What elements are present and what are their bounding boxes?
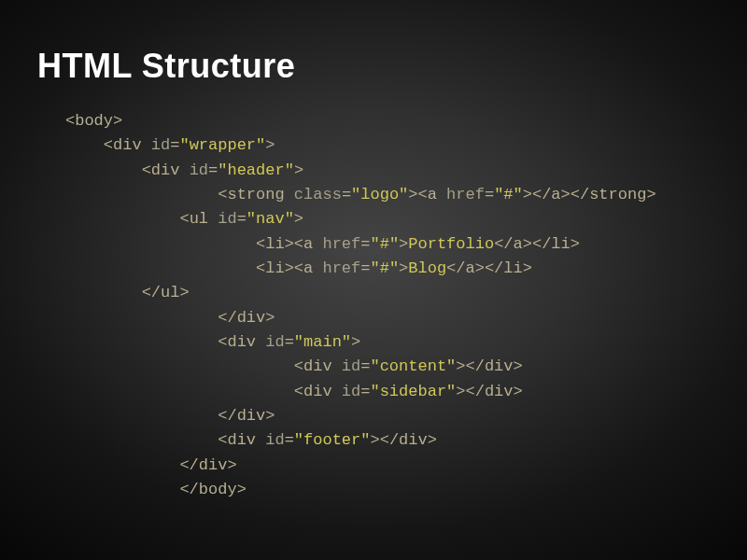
code-line-2: <div id="wrapper"> — [104, 136, 275, 154]
slide-title: HTML Structure — [37, 47, 710, 86]
code-line-13: </div> — [218, 407, 275, 425]
code-line-9: </div> — [218, 309, 275, 327]
code-line-15: </div> — [179, 456, 236, 474]
code-line-11: <div id="content"></div> — [294, 357, 523, 375]
code-line-1: <body> — [65, 112, 122, 130]
code-line-5: <ul id="nav"> — [179, 210, 303, 228]
code-block: <body> <div id="wrapper"> <div id="heade… — [65, 109, 710, 503]
code-line-14: <div id="footer"></div> — [218, 431, 437, 449]
code-line-8: </ul> — [142, 284, 190, 301]
code-line-3: <div id="header"> — [142, 161, 303, 179]
slide: HTML Structure <body> <div id="wrapper">… — [0, 0, 747, 503]
code-line-4: <strong class="logo"><a href="#"></a></s… — [218, 186, 655, 203]
code-line-6: <li><a href="#">Portfolio</a></li> — [256, 235, 580, 253]
code-line-12: <div id="sidebar"></div> — [294, 383, 523, 400]
code-line-16: </body> — [179, 481, 246, 498]
code-line-7: <li><a href="#">Blog</a></li> — [256, 259, 532, 277]
code-line-10: <div id="main"> — [218, 333, 360, 351]
